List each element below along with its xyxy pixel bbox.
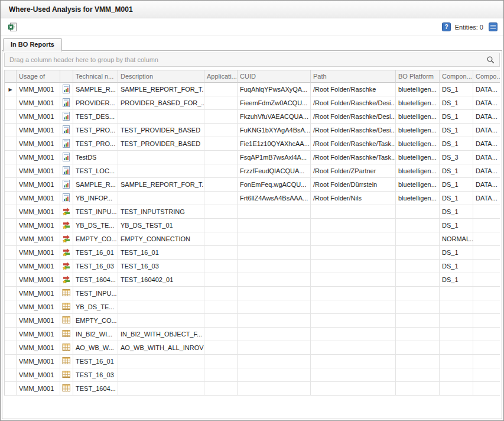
table-row[interactable]: VMM_M001TEST_PRO...TEST_PROVIDER_BASEDFu… <box>5 124 500 137</box>
webi-report-icon <box>60 124 73 137</box>
column-header-path[interactable]: Path <box>311 70 396 83</box>
cell-component1: DS_1 <box>440 137 473 151</box>
column-header-technical[interactable]: Technical n... <box>73 70 118 83</box>
table-row[interactable]: VMM_M001TEST_16_01TEST_16_01DS_1 <box>5 246 500 260</box>
cell-component1 <box>440 287 473 300</box>
data-table-icon <box>60 328 73 341</box>
cell-component1 <box>440 355 473 368</box>
grid-header-row: Usage ofTechnical n...DescriptionApplica… <box>5 70 500 83</box>
search-icon[interactable] <box>485 54 496 66</box>
table-row[interactable]: VMM_M001YB_INFOP...Frt6llZ4AwsA4BsAAA...… <box>5 192 500 205</box>
cell-platform <box>396 341 440 355</box>
webi-report-icon <box>60 137 73 151</box>
cell-description: TEST_16_01 <box>118 246 204 260</box>
table-row[interactable]: VMM_M001EMPTY_CO...EMPTY_CONNECTIONNORMA… <box>5 232 500 246</box>
cell-technical: SAMPLE_R... <box>73 178 118 192</box>
table-row[interactable]: VMM_M001TEST_1604... <box>5 382 500 396</box>
column-header-component1[interactable]: Compon... <box>440 70 473 83</box>
help-icon[interactable]: ? <box>441 21 452 33</box>
table-row[interactable]: VMM_M001TEST_DES...FkzuhVfuVAEACQUA.../R… <box>5 110 500 124</box>
column-header-icon[interactable] <box>60 70 73 83</box>
column-header-platform[interactable]: BO Platform <box>396 70 440 83</box>
data-table-icon <box>60 314 73 328</box>
table-row[interactable]: VMM_M001AO_WB_W...AO_WB_WITH_ALL_INROV <box>5 341 500 355</box>
table-row[interactable]: VMM_M001EMPTY_CO... <box>5 314 500 328</box>
cell-component1: DS_1 <box>440 124 473 137</box>
cell-component2 <box>473 260 500 273</box>
cell-description: YB_DS_TEST_01 <box>118 219 204 232</box>
cell-description <box>118 382 204 396</box>
column-header-usage[interactable]: Usage of <box>17 70 60 83</box>
export-to-excel-icon[interactable] <box>6 21 18 33</box>
cell-description <box>118 151 204 164</box>
cell-platform <box>396 232 440 246</box>
table-row[interactable]: VMM_M001TEST_16_01 <box>5 355 500 368</box>
cell-cuid <box>238 246 311 260</box>
table-row[interactable]: VMM_M001TEST_PRO...TEST_PROVIDER_BASEDFi… <box>5 137 500 151</box>
cell-application <box>204 83 238 96</box>
table-row[interactable]: VMM_M001TEST_16_03 <box>5 368 500 382</box>
cell-usage: VMM_M001 <box>17 328 60 341</box>
cell-usage: VMM_M001 <box>17 300 60 314</box>
table-row[interactable]: VMM_M001TestDSFsqAP1mB7wsAxl4A.../Root F… <box>5 151 500 164</box>
cell-description <box>118 368 204 382</box>
table-row[interactable]: VMM_M001TEST_INPU...TEST_INPUTSTRINGDS_1 <box>5 205 500 219</box>
table-row[interactable]: VMM_M001TEST_INPU... <box>5 287 500 300</box>
row-indicator-cell <box>5 164 17 178</box>
cell-usage: VMM_M001 <box>17 178 60 192</box>
olap-connection-icon <box>60 232 73 246</box>
row-indicator-cell <box>5 341 17 355</box>
table-row[interactable]: VMM_M001SAMPLE_R...SAMPLE_REPORT_FOR_T..… <box>5 178 500 192</box>
cell-cuid <box>238 341 311 355</box>
cell-description <box>118 110 204 124</box>
entities-grid-icon[interactable] <box>487 21 499 33</box>
cell-technical: YB_DS_TE... <box>73 219 118 232</box>
tab-in-bo-reports[interactable]: In BO Reports <box>3 38 62 51</box>
table-row[interactable]: VMM_M001IN_BI2_WI...IN_BI2_WITH_OBJECT_F… <box>5 328 500 341</box>
column-header-application[interactable]: Applicati... <box>204 70 238 83</box>
table-row[interactable]: VMM_M001TEST_16_03TEST_16_03DS_1 <box>5 260 500 273</box>
cell-cuid <box>238 382 311 396</box>
cell-platform: bluetelligen... <box>396 192 440 205</box>
cell-platform: bluetelligen... <box>396 137 440 151</box>
row-indicator-cell <box>5 287 17 300</box>
column-header-component2[interactable]: Compo... <box>473 70 500 83</box>
cell-usage: VMM_M001 <box>17 341 60 355</box>
cell-cuid <box>238 314 311 328</box>
cell-cuid: FonEmFeq.wgACQU... <box>238 178 311 192</box>
cell-component1: DS_1 <box>440 110 473 124</box>
table-row[interactable]: VMM_M001TEST_LOC...FrzzfFeudQIACQUA.../R… <box>5 164 500 178</box>
cell-path: /Root Folder/Raschke/Task... <box>311 137 396 151</box>
table-row[interactable]: VMM_M001PROVIDER...PROVIDER_BASED_FOR_..… <box>5 96 500 110</box>
cell-application <box>204 137 238 151</box>
table-row[interactable]: ▶VMM_M001SAMPLE_R...SAMPLE_REPORT_FOR_T.… <box>5 83 500 96</box>
cell-component1: DS_1 <box>440 273 473 287</box>
table-row[interactable]: VMM_M001YB_DS_TE... <box>5 300 500 314</box>
data-table-icon <box>60 300 73 314</box>
cell-usage: VMM_M001 <box>17 110 60 124</box>
cell-component2: DATA... <box>473 164 500 178</box>
olap-connection-icon <box>60 219 73 232</box>
cell-path <box>311 205 396 219</box>
cell-path <box>311 246 396 260</box>
cell-usage: VMM_M001 <box>17 192 60 205</box>
cell-component1: DS_1 <box>440 219 473 232</box>
cell-application <box>204 192 238 205</box>
cell-platform <box>396 246 440 260</box>
table-row[interactable]: VMM_M001TEST_1604...TEST_160402_01DS_1 <box>5 273 500 287</box>
cell-description <box>118 287 204 300</box>
cell-usage: VMM_M001 <box>17 164 60 178</box>
cell-application <box>204 273 238 287</box>
cell-application <box>204 219 238 232</box>
column-header-cuid[interactable]: CUID <box>238 70 311 83</box>
cell-path <box>311 382 396 396</box>
cell-description: TEST_INPUTSTRING <box>118 205 204 219</box>
row-indicator-header <box>5 70 17 83</box>
cell-usage: VMM_M001 <box>17 232 60 246</box>
cell-path <box>311 232 396 246</box>
group-by-panel[interactable]: Drag a column header here to group by th… <box>4 53 500 67</box>
cell-cuid <box>238 260 311 273</box>
table-row[interactable]: VMM_M001YB_DS_TE...YB_DS_TEST_01DS_1 <box>5 219 500 232</box>
where-used-analysis-window: Where-Used Analysis for VMM_M001 ? Entit… <box>0 0 504 421</box>
column-header-description[interactable]: Description <box>118 70 204 83</box>
